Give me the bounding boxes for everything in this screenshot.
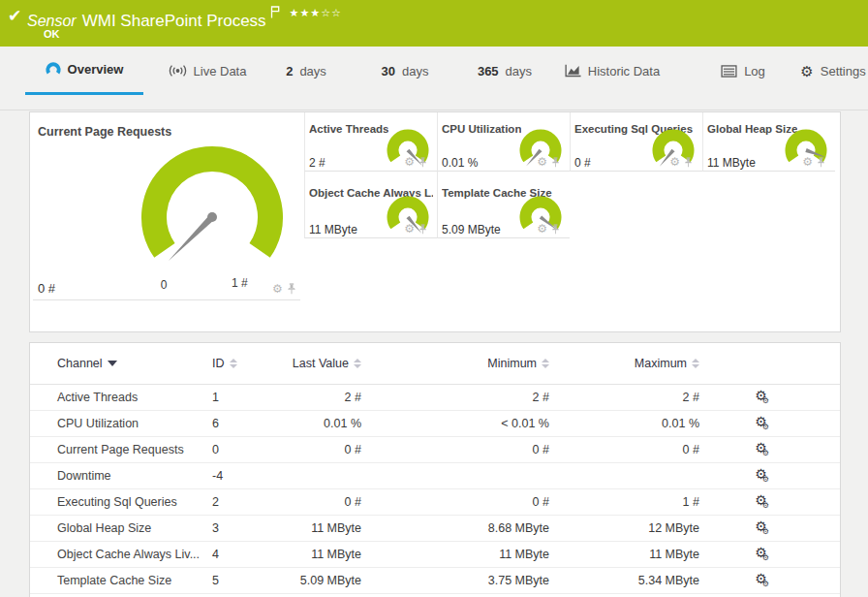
channel-name[interactable]: Template Cache Size bbox=[57, 574, 212, 587]
sort-desc-icon bbox=[108, 361, 117, 366]
tab-label: Live Data bbox=[194, 64, 247, 79]
table-header-row: Channel ID Last Value Minimum Maximum bbox=[30, 343, 840, 385]
channel-settings-icon[interactable]: ⚙⚙ bbox=[699, 467, 822, 485]
table-row[interactable]: Executing Sql Queries 2 0 # 0 # 1 # ⚙⚙ bbox=[30, 489, 840, 516]
gear-icon[interactable]: ⚙ bbox=[537, 223, 547, 235]
gauges-panel: Current Page Requests 0 1 # 0 # ⚙ Active… bbox=[29, 111, 841, 332]
tab-365-days[interactable]: 365 days bbox=[468, 47, 542, 95]
channel-settings-icon[interactable]: ⚙⚙ bbox=[699, 441, 822, 458]
channel-id: 6 bbox=[212, 417, 292, 430]
channel-name[interactable]: Executing Sql Queries bbox=[57, 495, 212, 509]
channel-minimum: 2 # bbox=[361, 391, 549, 404]
gear-icon[interactable]: ⚙ bbox=[404, 223, 415, 235]
channel-name[interactable]: CPU Utilization bbox=[57, 417, 212, 430]
sort-icon bbox=[354, 359, 361, 368]
pin-icon[interactable] bbox=[418, 157, 427, 168]
status-badge: OK bbox=[44, 28, 60, 40]
gauge-cell-current-page-requests: Current Page Requests 0 1 # 0 # ⚙ bbox=[30, 112, 304, 301]
gear-icon[interactable]: ⚙ bbox=[537, 156, 547, 168]
table-row[interactable]: Template Cache Size 5 5.09 MByte 3.75 MB… bbox=[30, 568, 840, 594]
channel-last-value: 2 # bbox=[292, 391, 361, 404]
channel-name[interactable]: Global Heap Size bbox=[57, 521, 212, 535]
table-row[interactable]: Global Heap Size 3 11 MByte 8.68 MByte 1… bbox=[30, 516, 840, 542]
tab-2-days[interactable]: 2 days bbox=[279, 47, 333, 95]
channel-last-value: 0 # bbox=[292, 443, 361, 456]
column-label: Maximum bbox=[635, 357, 687, 370]
channel-minimum: 0 # bbox=[361, 443, 549, 456]
tab-label: Overview bbox=[68, 62, 124, 77]
tab-settings[interactable]: ⚙ Settings bbox=[798, 47, 868, 95]
gear-icon[interactable]: ⚙ bbox=[404, 156, 415, 168]
tab-live-data[interactable]: Live Data bbox=[163, 47, 252, 95]
flag-icon[interactable] bbox=[270, 6, 280, 18]
channel-id: 0 bbox=[212, 443, 292, 456]
column-header-last-value[interactable]: Last Value bbox=[292, 357, 361, 370]
cell-divider bbox=[33, 299, 300, 300]
gauge-cell-global-heap-size: Global Heap Size 11 MByte ⚙ bbox=[702, 112, 835, 172]
channels-table-panel: Channel ID Last Value Minimum Maximum Ac… bbox=[29, 342, 841, 597]
column-label: Channel bbox=[57, 357, 103, 370]
pin-icon[interactable] bbox=[287, 283, 296, 295]
channel-name[interactable]: Current Page Requests bbox=[57, 443, 212, 456]
pin-icon[interactable] bbox=[418, 224, 427, 235]
channel-id: 4 bbox=[212, 548, 292, 561]
gauge-title: Current Page Requests bbox=[38, 125, 171, 139]
pin-icon[interactable] bbox=[551, 157, 560, 168]
channel-settings-icon[interactable]: ⚙⚙ bbox=[699, 415, 822, 432]
channel-settings-icon[interactable]: ⚙⚙ bbox=[699, 389, 822, 406]
gauge-cell-cpu-utilization: CPU Utilization 0.01 % ⚙ bbox=[437, 112, 570, 172]
channel-maximum: 0.01 % bbox=[549, 417, 699, 430]
tab-label: days bbox=[299, 64, 326, 79]
pin-icon[interactable] bbox=[551, 224, 560, 235]
gauge-icon bbox=[46, 62, 61, 78]
broadcast-icon bbox=[169, 64, 187, 78]
channel-maximum: 0 # bbox=[549, 443, 699, 456]
pin-icon[interactable] bbox=[684, 157, 693, 168]
tab-label: Log bbox=[744, 64, 765, 79]
tab-overview[interactable]: Overview bbox=[25, 47, 143, 95]
column-header-id[interactable]: ID bbox=[212, 357, 292, 370]
channel-name[interactable]: Downtime bbox=[57, 469, 212, 483]
gauge-value: 0 # bbox=[574, 156, 591, 170]
tab-historic-data[interactable]: Historic Data bbox=[560, 47, 665, 95]
column-header-channel[interactable]: Channel bbox=[57, 357, 212, 370]
tab-log[interactable]: Log bbox=[711, 47, 775, 95]
channel-minimum: 0 # bbox=[361, 495, 549, 509]
channel-name[interactable]: Object Cache Always Liv... bbox=[57, 548, 212, 561]
channel-settings-icon[interactable]: ⚙⚙ bbox=[699, 493, 822, 511]
status-ok-check-icon: ✔ bbox=[8, 6, 21, 26]
gear-icon[interactable]: ⚙ bbox=[669, 156, 680, 168]
column-header-minimum[interactable]: Minimum bbox=[361, 357, 549, 370]
gear-icon[interactable]: ⚙ bbox=[272, 283, 283, 295]
tab-30-days[interactable]: 30 days bbox=[373, 47, 437, 95]
channel-settings-icon[interactable]: ⚙⚙ bbox=[699, 546, 822, 563]
priority-stars[interactable]: ★★★☆☆ bbox=[290, 7, 342, 19]
gauge-value: 2 # bbox=[309, 156, 326, 170]
sensor-title: WMI SharePoint Process bbox=[82, 12, 266, 30]
table-row[interactable]: Active Threads 1 2 # 2 # 2 # ⚙⚙ bbox=[30, 385, 840, 411]
gauge-current-page-requests bbox=[135, 140, 290, 295]
gear-icon[interactable]: ⚙ bbox=[802, 156, 813, 168]
table-row[interactable]: Current Page Requests 0 0 # 0 # 0 # ⚙⚙ bbox=[30, 437, 840, 463]
channel-maximum: 5.34 MByte bbox=[549, 574, 699, 587]
gauge-scale-min: 0 bbox=[152, 278, 175, 292]
table-row[interactable]: Downtime -4 ⚙⚙ bbox=[30, 463, 840, 489]
table-row[interactable]: CPU Utilization 6 0.01 % < 0.01 % 0.01 %… bbox=[30, 411, 840, 437]
channel-settings-icon[interactable]: ⚙⚙ bbox=[699, 519, 822, 537]
log-list-icon bbox=[721, 65, 737, 78]
sensor-header: ✔ SensorWMI SharePoint Process★★★☆☆ OK bbox=[0, 0, 868, 47]
tabbar-divider bbox=[0, 110, 868, 110]
channel-maximum: 12 MByte bbox=[549, 521, 699, 535]
channel-last-value: 0 # bbox=[292, 495, 361, 509]
gauge-value: 0.01 % bbox=[442, 156, 478, 170]
tab-number: 2 bbox=[286, 64, 293, 79]
gauge-cell-template-cache-size: Template Cache Size 5.09 MByte ⚙ bbox=[437, 172, 570, 238]
column-header-maximum[interactable]: Maximum bbox=[549, 357, 699, 370]
channel-settings-icon[interactable]: ⚙⚙ bbox=[699, 572, 822, 589]
channel-id: 1 bbox=[212, 391, 292, 404]
table-row[interactable]: Object Cache Always Liv... 4 11 MByte 11… bbox=[30, 542, 840, 568]
channel-name[interactable]: Active Threads bbox=[57, 391, 212, 404]
channel-minimum: 8.68 MByte bbox=[361, 521, 549, 535]
pin-icon[interactable] bbox=[817, 157, 825, 168]
tab-label: days bbox=[402, 64, 428, 79]
